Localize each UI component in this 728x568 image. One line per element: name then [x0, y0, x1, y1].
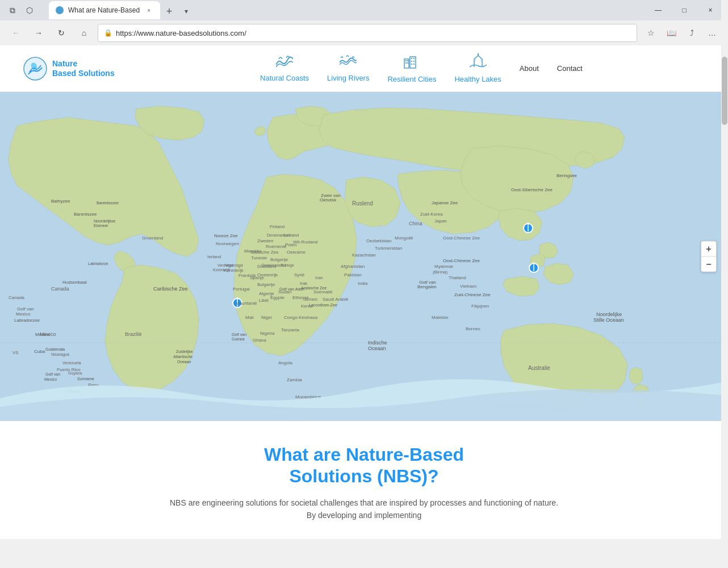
svg-text:Turkmenistan: Turkmenistan	[375, 246, 402, 251]
page-description: NBS are engineering solutions for societ…	[165, 497, 563, 522]
svg-text:Australie: Australie	[528, 365, 550, 371]
svg-text:Turkije: Turkije	[281, 263, 294, 268]
favorites-btn[interactable]: ☆	[642, 24, 660, 42]
svg-text:Bathyzee: Bathyzee	[51, 199, 70, 204]
reader-btn[interactable]: 📖	[662, 24, 680, 42]
svg-text:Roemenië: Roemenië	[266, 244, 287, 249]
world-map: Canada Mexico Golf van Mexico Caribische…	[0, 92, 728, 421]
window-buttons: — □ ×	[645, 1, 723, 19]
svg-text:Japanse Zee: Japanse Zee	[432, 200, 458, 205]
logo-icon	[23, 56, 48, 81]
site-nav: Nature Based Solutions Natural Coasts	[0, 45, 728, 92]
tab-dropdown-btn[interactable]: ▾	[178, 3, 194, 19]
address-bar[interactable]: 🔒 https://www.nature-basedsolutions.com/	[98, 24, 637, 42]
svg-text:Syrië: Syrië	[294, 272, 305, 277]
svg-text:Wit-Rusland: Wit-Rusland	[293, 239, 318, 245]
svg-text:Thailand: Thailand	[449, 275, 466, 280]
zoom-in-btn[interactable]: +	[701, 242, 716, 256]
svg-text:Baltische Zee: Baltische Zee	[251, 250, 279, 255]
svg-text:Guatemala: Guatemala	[45, 347, 65, 351]
svg-text:Bulgarije: Bulgarije	[257, 282, 275, 287]
svg-text:Noorwegen: Noorwegen	[216, 241, 239, 246]
nav-healthy-lakes[interactable]: Healthy Lakes	[447, 51, 508, 86]
svg-text:Jemen: Jemen	[304, 297, 317, 302]
svg-text:Bulgarije: Bulgarije	[270, 257, 288, 262]
svg-text:Mexico: Mexico	[35, 332, 50, 337]
nav-about[interactable]: About	[513, 62, 546, 75]
svg-rect-9	[413, 58, 415, 59]
nav-resilient-cities[interactable]: Resilient Cities	[380, 51, 443, 86]
active-tab[interactable]: What are Nature-Based ×	[49, 1, 160, 19]
svg-rect-5	[405, 62, 407, 64]
close-btn[interactable]: ×	[697, 1, 723, 19]
svg-text:Letland: Letland	[284, 233, 299, 238]
zoom-out-btn[interactable]: −	[701, 257, 716, 272]
svg-text:Barentszee: Barentszee	[74, 212, 97, 217]
svg-text:Stille Oceaan: Stille Oceaan	[593, 317, 624, 323]
healthy-lakes-icon	[470, 53, 487, 73]
svg-text:Beringsee: Beringsee	[557, 173, 578, 178]
nav-living-rivers[interactable]: Living Rivers	[320, 52, 376, 85]
svg-text:Afghanistan: Afghanistan	[341, 264, 365, 269]
more-btn[interactable]: …	[703, 24, 721, 42]
map-zoom-controls: + −	[701, 241, 717, 272]
svg-text:Duitsland: Duitsland	[257, 264, 276, 269]
svg-text:VS: VS	[12, 350, 19, 355]
svg-text:Borneo: Borneo	[466, 326, 480, 331]
svg-rect-3	[405, 60, 407, 61]
refresh-btn[interactable]: ↻	[52, 24, 70, 42]
svg-text:Irak: Irak	[300, 281, 308, 286]
map-container[interactable]: Canada Mexico Golf van Mexico Caribische…	[0, 92, 728, 421]
restore-btn[interactable]: ⧉	[5, 2, 20, 18]
nav-items: Natural Coasts Living Rivers	[137, 51, 705, 86]
svg-text:Libië: Libië	[259, 298, 269, 303]
tab-title: What are Nature-Based	[68, 6, 140, 14]
svg-text:Guinea: Guinea	[232, 337, 245, 341]
nav-natural-coasts[interactable]: Natural Coasts	[253, 52, 316, 85]
svg-rect-10	[411, 61, 412, 62]
svg-text:Suriname: Suriname	[77, 377, 94, 381]
lock-icon: 🔒	[104, 29, 112, 37]
share-btn[interactable]: ⤴	[683, 24, 701, 42]
svg-text:Mexico: Mexico	[16, 312, 31, 317]
svg-text:Nicaragua: Nicaragua	[51, 352, 69, 357]
svg-text:Portugal: Portugal	[233, 287, 250, 292]
svg-text:China: China	[409, 221, 422, 226]
svg-text:Filipijnen: Filipijnen	[471, 304, 489, 309]
svg-rect-12	[411, 64, 412, 65]
home-btn[interactable]: ⌂	[75, 24, 93, 42]
page-title: What are Nature-Based Solutions (NBS)?	[11, 444, 717, 487]
svg-text:Oost-Chinese Zee: Oost-Chinese Zee	[443, 235, 480, 241]
healthy-lakes-label: Healthy Lakes	[454, 75, 501, 83]
natural-coasts-icon	[276, 54, 293, 71]
svg-text:Okhotsk: Okhotsk	[320, 197, 337, 203]
restore-btn2[interactable]: ⬡	[22, 2, 37, 18]
svg-rect-8	[411, 58, 412, 59]
maximize-btn[interactable]: □	[671, 1, 697, 19]
new-tab-btn[interactable]: +	[161, 3, 177, 19]
address-bar-row: ← → ↻ ⌂ 🔒 https://www.nature-basedsoluti…	[0, 20, 728, 45]
minimize-btn[interactable]: —	[645, 1, 671, 19]
svg-text:Mauritanië: Mauritanië	[236, 301, 257, 306]
svg-text:Oceaan: Oceaan	[177, 360, 191, 364]
back-btn[interactable]: ←	[7, 24, 25, 42]
svg-text:Brazilië: Brazilië	[125, 331, 142, 337]
toolbar-icons: ☆ 📖 ⤴ …	[642, 24, 721, 42]
svg-text:Congo-Kinshasa: Congo-Kinshasa	[284, 315, 318, 320]
svg-text:Finland: Finland	[270, 224, 284, 229]
browser-titlebar: ⧉ ⬡ What are Nature-Based × + ▾ — □ ×	[0, 0, 728, 20]
browser-chrome: ⧉ ⬡ What are Nature-Based × + ▾ — □ × ← …	[0, 0, 728, 45]
forward-btn[interactable]: →	[30, 24, 48, 42]
logo-area[interactable]: Nature Based Solutions	[23, 56, 115, 81]
svg-text:Laccodiven-Zee: Laccodiven-Zee	[309, 303, 337, 307]
living-rivers-icon	[340, 54, 357, 71]
svg-text:Soemalié: Soemalié	[313, 289, 333, 294]
svg-text:Cuba: Cuba	[34, 349, 45, 354]
scrollbar[interactable]	[721, 0, 728, 539]
svg-text:Myanmar: Myanmar	[434, 264, 454, 269]
tab-close-btn[interactable]: ×	[144, 6, 153, 15]
nav-contact[interactable]: Contact	[550, 62, 589, 75]
svg-text:Zambia: Zambia	[287, 377, 302, 382]
scrollbar-thumb[interactable]	[722, 57, 727, 125]
svg-text:Oost-Chinese Zee: Oost-Chinese Zee	[443, 258, 480, 263]
